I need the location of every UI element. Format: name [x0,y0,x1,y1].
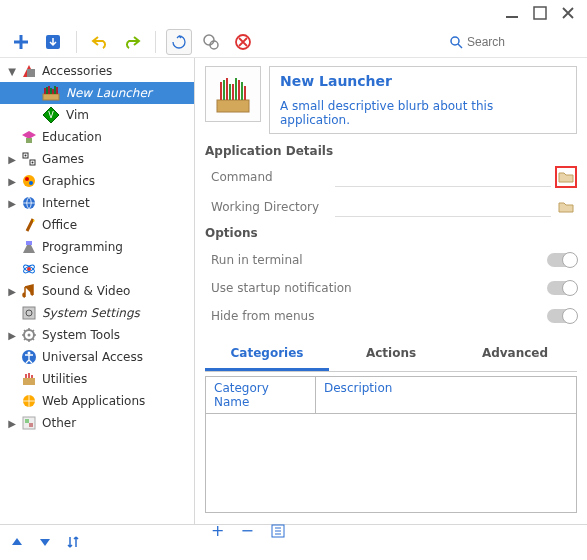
tab-categories[interactable]: Categories [205,338,329,371]
graphics-icon [20,172,38,190]
tree-item-system-settings[interactable]: System Settings [0,302,194,324]
svg-rect-0 [506,16,518,18]
app-title[interactable]: New Launcher [280,73,566,89]
science-icon [20,260,38,278]
add-button[interactable] [8,29,34,55]
table-add-button[interactable]: + [211,521,224,540]
table-remove-button[interactable]: − [240,521,253,540]
tree-item-games[interactable]: ▶Games [0,148,194,170]
app-icon[interactable] [205,66,261,122]
command-input[interactable] [335,167,551,187]
tree-item-utilities[interactable]: Utilities [0,368,194,390]
maximize-button[interactable] [533,6,547,20]
tree-label: Graphics [40,174,95,188]
move-down-button[interactable] [38,535,52,549]
move-up-button[interactable] [10,535,24,549]
programming-icon [20,238,38,256]
header-info: New Launcher A small descriptive blurb a… [269,66,577,134]
tabs: Categories Actions Advanced [205,338,577,372]
workdir-input[interactable] [335,197,551,217]
search-input[interactable] [467,35,557,49]
tree-item-sound-video[interactable]: ▶Sound & Video [0,280,194,302]
tree-item-education[interactable]: Education [0,126,194,148]
tree-item-new-launcher[interactable]: New Launcher [0,82,194,104]
undo-button[interactable] [87,29,113,55]
separator [76,31,77,53]
tree-item-graphics[interactable]: ▶Graphics [0,170,194,192]
toggle-hide-menus[interactable] [547,309,577,323]
th-description[interactable]: Description [316,377,576,413]
refresh-button[interactable] [166,29,192,55]
tree-item-universal-access[interactable]: Universal Access [0,346,194,368]
tree-item-programming[interactable]: Programming [0,236,194,258]
sort-button[interactable] [66,535,80,549]
opt-hide-menus-label: Hide from menus [205,309,547,323]
utilities-icon [20,370,38,388]
close-button[interactable] [561,6,575,20]
tab-actions[interactable]: Actions [329,338,453,371]
other-icon [20,414,38,432]
opt-run-terminal-label: Run in terminal [205,253,547,267]
tree-label: Sound & Video [40,284,130,298]
svg-rect-23 [23,307,35,319]
svg-point-14 [32,162,34,164]
office-icon [20,216,38,234]
folder-icon [558,170,574,184]
app-blurb[interactable]: A small descriptive blurb about this app… [280,99,566,127]
tree-item-accessories[interactable]: ▼ Accessories [0,60,194,82]
chevron-down-icon[interactable]: ▼ [6,66,18,77]
svg-text:V: V [48,111,54,120]
workdir-row: Working Directory [205,194,577,220]
settings-icon [20,304,38,322]
toolbar [0,26,587,58]
th-category-name[interactable]: Category Name [206,377,316,413]
tree-label: Other [40,416,76,430]
tree-label: Web Applications [40,394,145,408]
web-applications-icon [20,392,38,410]
tree-label: Programming [40,240,123,254]
sound-video-icon [20,282,38,300]
tree-item-web-applications[interactable]: Web Applications [0,390,194,412]
chevron-right-icon[interactable]: ▶ [6,286,18,297]
svg-rect-1 [534,7,546,19]
chevron-right-icon[interactable]: ▶ [6,418,18,429]
tree-item-science[interactable]: Science [0,258,194,280]
tree-label: New Launcher [64,86,152,100]
vim-icon: V [40,106,62,124]
execute-button[interactable] [198,29,224,55]
separator [155,31,156,53]
toggle-startup-notify[interactable] [547,281,577,295]
tree-label: System Tools [40,328,120,342]
save-button[interactable] [40,29,66,55]
tree-item-office[interactable]: Office [0,214,194,236]
chevron-right-icon[interactable]: ▶ [6,154,18,165]
chevron-right-icon[interactable]: ▶ [6,330,18,341]
svg-rect-32 [25,419,29,423]
svg-point-20 [27,267,31,271]
tree-item-vim[interactable]: V Vim [0,104,194,126]
workdir-browse-button[interactable] [555,196,577,218]
svg-rect-7 [27,69,35,77]
command-browse-button[interactable] [555,166,577,188]
chevron-right-icon[interactable]: ▶ [6,176,18,187]
toggle-run-terminal[interactable] [547,253,577,267]
tree-item-other[interactable]: ▶Other [0,412,194,434]
tree-label: Education [40,130,102,144]
table-body[interactable] [205,413,577,513]
minimize-button[interactable] [505,6,519,20]
tab-advanced[interactable]: Advanced [453,338,577,371]
svg-rect-19 [26,241,32,245]
tree-label: Office [40,218,77,232]
redo-button[interactable] [119,29,145,55]
delete-button[interactable] [230,29,256,55]
chevron-right-icon[interactable]: ▶ [6,198,18,209]
tree-item-internet[interactable]: ▶Internet [0,192,194,214]
svg-rect-33 [29,423,33,427]
tree-item-system-tools[interactable]: ▶System Tools [0,324,194,346]
tree-label: Science [40,262,89,276]
search-box[interactable] [449,35,579,49]
table-clear-button[interactable] [270,523,286,539]
svg-rect-34 [217,100,249,112]
tree-label: Internet [40,196,90,210]
command-label: Command [205,170,335,184]
